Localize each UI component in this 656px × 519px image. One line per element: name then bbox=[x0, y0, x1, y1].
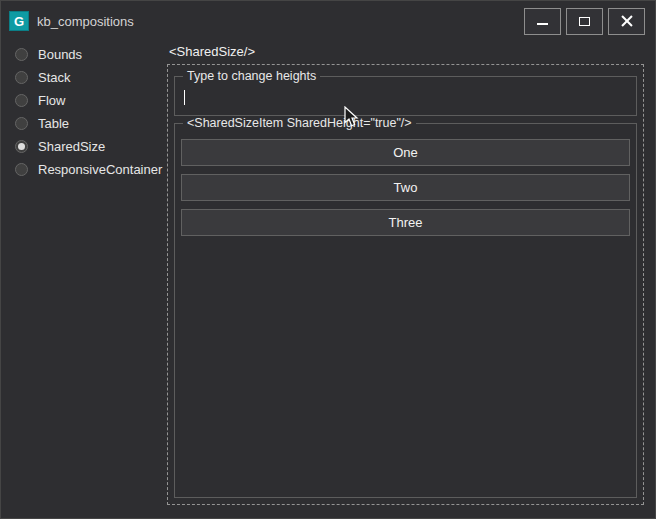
sidebar-item-label: Flow bbox=[38, 93, 65, 108]
close-button[interactable] bbox=[608, 8, 645, 35]
sidebar-item-label: ResponsiveContainer bbox=[38, 162, 162, 177]
window-controls bbox=[524, 8, 645, 35]
shared-size-item-group-label: <SharedSizeItem SharedHeight="true"/> bbox=[183, 116, 416, 130]
maximize-icon bbox=[579, 17, 590, 26]
close-icon bbox=[621, 15, 633, 27]
shared-size-item-group: <SharedSizeItem SharedHeight="true"/> On… bbox=[174, 116, 637, 498]
button-stack: One Two Three bbox=[181, 133, 630, 244]
maximize-button[interactable] bbox=[566, 8, 603, 35]
heights-input[interactable] bbox=[181, 86, 630, 109]
sidebar-item-sharedsize[interactable]: SharedSize bbox=[1, 135, 163, 158]
radio-icon bbox=[15, 163, 28, 176]
minimize-button[interactable] bbox=[524, 8, 561, 35]
radio-selected-icon bbox=[15, 140, 28, 153]
sidebar-item-responsivecontainer[interactable]: ResponsiveContainer bbox=[1, 158, 163, 181]
minimize-icon bbox=[537, 23, 548, 25]
one-button[interactable]: One bbox=[181, 139, 630, 166]
type-heights-group-label: Type to change heights bbox=[183, 69, 320, 83]
type-heights-group: Type to change heights bbox=[174, 69, 637, 116]
window-body: Bounds Stack Flow Table SharedSize Respo… bbox=[1, 41, 655, 518]
window-title: kb_compositions bbox=[37, 14, 134, 29]
sharedsize-tag-label: <SharedSize/> bbox=[169, 44, 644, 59]
app-window: G kb_compositions Bounds Stack bbox=[0, 0, 656, 519]
heights-textbox[interactable] bbox=[181, 86, 630, 109]
text-caret bbox=[184, 90, 185, 105]
sharedsize-container: Type to change heights <SharedSizeItem S… bbox=[167, 64, 644, 505]
three-button[interactable]: Three bbox=[181, 209, 630, 236]
title-bar: G kb_compositions bbox=[1, 1, 655, 41]
sidebar-item-table[interactable]: Table bbox=[1, 112, 163, 135]
main-content: <SharedSize/> Type to change heights <Sh… bbox=[163, 41, 655, 518]
radio-icon bbox=[15, 48, 28, 61]
sidebar-item-label: SharedSize bbox=[38, 139, 105, 154]
sidebar: Bounds Stack Flow Table SharedSize Respo… bbox=[1, 41, 163, 518]
sidebar-item-flow[interactable]: Flow bbox=[1, 89, 163, 112]
sidebar-item-label: Table bbox=[38, 116, 69, 131]
sidebar-item-label: Stack bbox=[38, 70, 71, 85]
radio-icon bbox=[15, 94, 28, 107]
app-icon: G bbox=[9, 11, 29, 31]
radio-icon bbox=[15, 117, 28, 130]
two-button[interactable]: Two bbox=[181, 174, 630, 201]
sidebar-item-bounds[interactable]: Bounds bbox=[1, 43, 163, 66]
radio-icon bbox=[15, 71, 28, 84]
sidebar-item-label: Bounds bbox=[38, 47, 82, 62]
sidebar-item-stack[interactable]: Stack bbox=[1, 66, 163, 89]
